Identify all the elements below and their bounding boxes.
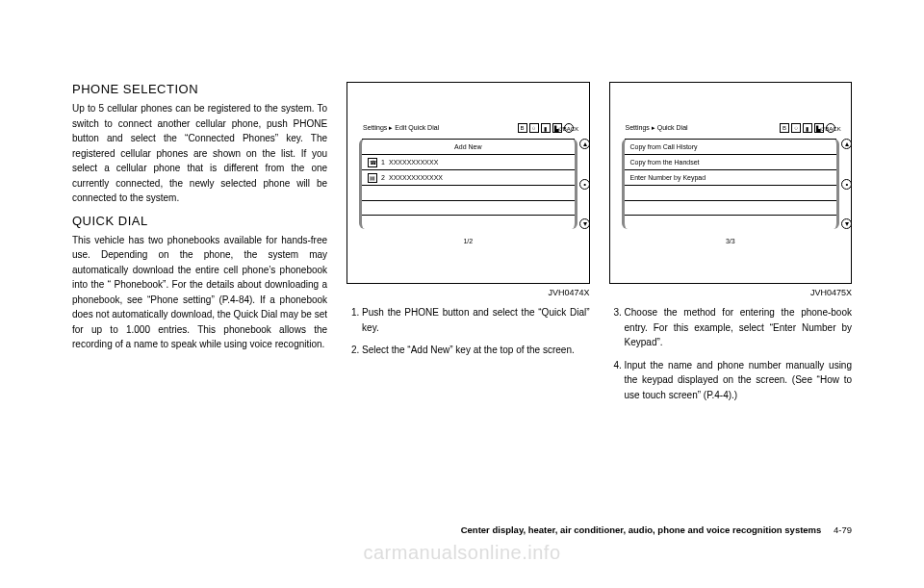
bluetooth-icon: B (780, 123, 789, 133)
heading-quick-dial: QUICK DIAL (72, 214, 327, 228)
breadcrumb-bar: Settings ▸ Edit Quick Dial B ○ ▮ ▙ ↺BACK (359, 119, 577, 137)
menu-list: Copy from Call History Copy from the Han… (622, 139, 839, 229)
para-phone-selection: Up to 5 cellular phones can be registere… (72, 101, 327, 206)
steps-list-1: Push the PHONE button and select the “Qu… (346, 305, 589, 358)
back-button[interactable]: ↺BACK (564, 123, 574, 133)
menu-list: Add New ☎ 1 XXXXXXXXXXX ▤ 2 XXXXXXXXXXXX (359, 139, 577, 229)
step-3: Choose the method for entering the phone… (625, 305, 852, 350)
scroll-arrows: ▴ • ▾ (579, 139, 591, 229)
menu-item-empty (625, 185, 836, 200)
item-number: 1 (381, 159, 385, 166)
scroll-down-icon[interactable]: ▾ (841, 218, 852, 229)
step-2: Select the “Add New” key at the top of t… (362, 343, 589, 358)
phone-icon: ☎ (368, 158, 377, 167)
figure-code: JVH0475X (609, 288, 852, 297)
status-icons: B ○ ▮ ▙ ↺BACK (518, 123, 574, 133)
scroll-up-icon[interactable]: ▴ (841, 139, 852, 149)
item-number: 2 (381, 174, 385, 181)
figure-quick-dial-methods: Settings ▸ Quick Dial B ○ ▮ ▙ ↺BACK Copy… (609, 82, 852, 284)
breadcrumb-text: Settings ▸ Quick Dial (626, 124, 688, 132)
signal-icon: ▮ (803, 123, 812, 133)
bluetooth-icon: B (518, 123, 527, 133)
menu-item-empty (362, 185, 574, 200)
page-number: 4-79 (834, 524, 852, 535)
para-quick-dial: This vehicle has two phonebooks availabl… (72, 233, 327, 352)
column-middle: Settings ▸ Edit Quick Dial B ○ ▮ ▙ ↺BACK… (346, 82, 589, 410)
menu-label: XXXXXXXXXXXX (389, 174, 443, 181)
menu-item-2[interactable]: ▤ 2 XXXXXXXXXXXX (362, 169, 574, 185)
step-4: Input the name and phone number manually… (625, 358, 852, 403)
back-button[interactable]: ↺BACK (826, 123, 835, 133)
pager-text: 3/3 (622, 238, 839, 244)
circle-icon: ○ (791, 123, 801, 133)
pager-text: 1/2 (359, 238, 577, 244)
menu-item-empty (625, 200, 836, 216)
page-footer: Center display, heater, air conditioner,… (72, 524, 852, 535)
scroll-down-icon[interactable]: ▾ (579, 218, 590, 229)
menu-item-empty (362, 200, 574, 216)
footer-section: Center display, heater, air conditioner,… (461, 524, 822, 535)
menu-item-enter-keypad[interactable]: Enter Number by Keypad (625, 169, 836, 185)
status-icons: B ○ ▮ ▙ ↺BACK (780, 123, 835, 133)
scroll-arrows: ▴ • ▾ (841, 139, 853, 229)
signal-icon: ▮ (541, 123, 551, 133)
scroll-dot-icon: • (841, 179, 852, 190)
menu-label: Add New (454, 143, 481, 150)
steps-list-2: Choose the method for entering the phone… (609, 305, 852, 402)
watermark-text: carmanualsonline.info (0, 542, 924, 564)
column-left: PHONE SELECTION Up to 5 cellular phones … (72, 82, 327, 410)
menu-item-copy-handset[interactable]: Copy from the Handset (625, 154, 836, 169)
heading-phone-selection: PHONE SELECTION (72, 82, 327, 96)
menu-item-add-new[interactable]: Add New (362, 139, 574, 154)
circle-icon: ○ (529, 123, 539, 133)
menu-label: Copy from Call History (630, 143, 698, 150)
figure-edit-quick-dial: Settings ▸ Edit Quick Dial B ○ ▮ ▙ ↺BACK… (346, 82, 589, 284)
menu-label: Enter Number by Keypad (630, 174, 706, 181)
scroll-up-icon[interactable]: ▴ (579, 139, 590, 149)
menu-item-copy-history[interactable]: Copy from Call History (625, 139, 836, 154)
breadcrumb-text: Settings ▸ Edit Quick Dial (363, 124, 439, 132)
figure-code: JVH0474X (346, 288, 589, 297)
breadcrumb-bar: Settings ▸ Quick Dial B ○ ▮ ▙ ↺BACK (622, 119, 839, 137)
sim-icon: ▤ (368, 173, 377, 183)
scroll-dot-icon: • (579, 179, 590, 190)
step-1: Push the PHONE button and select the “Qu… (362, 305, 589, 335)
menu-label: Copy from the Handset (630, 159, 700, 166)
menu-label: XXXXXXXXXXX (389, 159, 438, 166)
manual-page: PHONE SELECTION Up to 5 cellular phones … (0, 0, 924, 410)
column-right: Settings ▸ Quick Dial B ○ ▮ ▙ ↺BACK Copy… (609, 82, 852, 410)
menu-item-1[interactable]: ☎ 1 XXXXXXXXXXX (362, 154, 574, 169)
